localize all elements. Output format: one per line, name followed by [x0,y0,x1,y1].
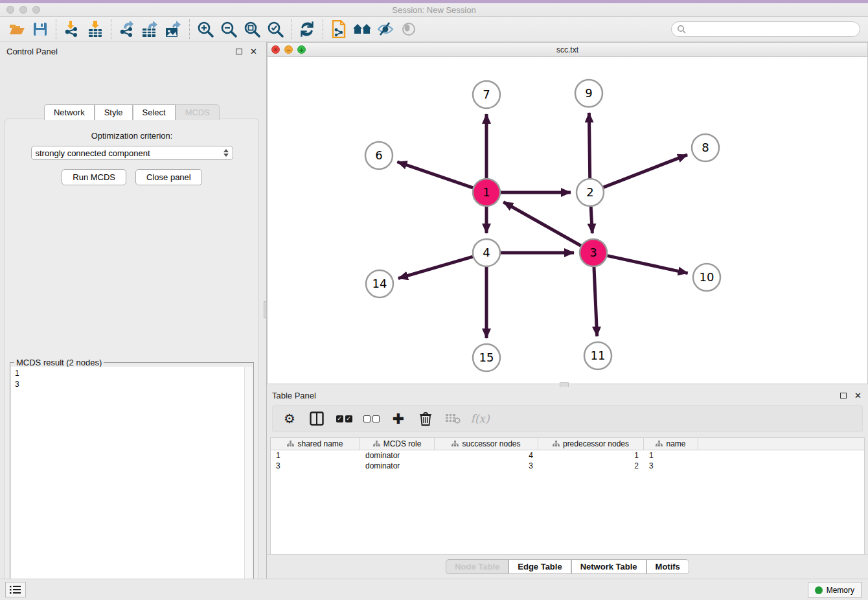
session-title: Session: New Session [0,5,868,15]
open-session-icon[interactable] [5,19,29,40]
node-label-14: 14 [372,277,387,290]
result-scrollbar[interactable] [244,367,253,600]
table-cell: 3 [644,461,698,471]
table-cell: 2 [538,461,644,471]
column-header-successor-nodes[interactable]: successor nodes [435,438,538,450]
apply-layout-icon[interactable] [295,19,319,40]
add-column-icon[interactable]: ✚ [389,410,407,428]
hide-selected-eye-icon[interactable] [374,19,397,40]
column-header-shared-name[interactable]: shared name [271,438,360,450]
table-float-icon[interactable] [840,393,847,398]
export-image-icon[interactable] [162,19,185,40]
export-network-icon[interactable] [115,19,139,40]
table-cell: 1 [271,450,360,461]
toolbar-separator [323,19,323,39]
import-table-icon[interactable] [84,19,107,40]
close-panel-button[interactable]: Close panel [135,169,202,185]
titlebar-accent [0,0,868,3]
tab-select[interactable]: Select [133,104,176,120]
network-canvas[interactable]: 7968124314101511 [268,57,867,384]
toolbar-separator [291,19,291,39]
column-header-name[interactable]: name [644,438,698,450]
edge-4-14[interactable] [398,257,473,278]
node-label-15: 15 [479,351,494,364]
node-label-3: 3 [589,246,597,259]
table-close-icon[interactable]: ✕ [854,391,862,400]
function-builder-icon: f(x) [471,410,489,428]
network-window-titlebar[interactable]: ✕ − + scc.txt [268,43,867,57]
task-history-button[interactable] [5,582,26,597]
node-label-1: 1 [483,185,490,199]
edge-3-11[interactable] [594,267,597,336]
delete-column-trash-icon[interactable] [417,410,435,428]
tab-motifs[interactable]: Motifs [646,559,689,574]
node-label-8: 8 [702,141,709,154]
tab-mcds[interactable]: MCDS [176,104,220,120]
optimization-criterion-select[interactable]: strongly connected component [31,146,233,160]
zoom-selected-icon[interactable] [264,19,287,40]
column-visibility-icon[interactable] [308,410,326,428]
network-view-window: ✕ − + scc.txt 7968124314101511 [267,42,868,384]
tab-network-table[interactable]: Network Table [571,559,646,574]
control-panel-title: Control Panel [6,47,236,56]
table-row[interactable]: 3dominator323 [271,461,864,471]
table-cell: 3 [435,461,538,471]
toolbar-separator [111,19,111,39]
control-panel: Control Panel ✕ Network Style Select MCD… [0,42,264,579]
memory-button[interactable]: Memory [808,582,862,598]
run-mcds-button[interactable]: Run MCDS [62,169,126,185]
node-label-10: 10 [700,270,714,284]
float-panel-icon[interactable] [236,49,242,54]
edge-2-8[interactable] [604,155,688,187]
tab-network[interactable]: Network [44,104,95,120]
table-header-row: shared nameMCDS rolesuccessor nodesprede… [271,438,864,450]
tab-edge-table[interactable]: Edge Table [508,559,571,574]
edge-1-6[interactable] [397,162,473,188]
column-header-predecessor-nodes[interactable]: predecessor nodes [538,438,644,450]
table-cell: dominator [360,450,435,461]
tab-node-table[interactable]: Node Table [446,559,508,574]
zoom-in-icon[interactable] [194,19,217,40]
delete-table-icon [444,410,462,428]
column-header-MCDS-role[interactable]: MCDS role [360,438,435,450]
table-settings-gear-icon[interactable]: ⚙ [280,410,299,428]
table-toolbar: ⚙ ✓✓ ✚ f(x) [272,405,863,432]
deselect-all-icon[interactable] [362,410,380,428]
table-cell: 1 [644,450,698,461]
import-network-icon[interactable] [60,19,84,40]
select-all-icon[interactable]: ✓✓ [335,410,353,428]
memory-label: Memory [827,586,854,595]
export-table-icon[interactable] [139,19,162,40]
table-panel: Table Panel ✕ ⚙ ✓✓ ✚ f(x) sha [267,387,868,579]
show-selected-eye-icon[interactable] [397,19,420,40]
zoom-fit-icon[interactable] [240,19,264,40]
table-tab-strip: Node Table Edge Table Network Table Moti… [267,554,868,579]
close-panel-icon[interactable]: ✕ [250,47,257,56]
list-icon [10,585,21,594]
node-label-11: 11 [591,349,606,362]
search-input[interactable] [686,25,854,34]
edge-2-9[interactable] [589,113,589,178]
control-panel-tabs: Network Style Select MCDS [0,104,264,120]
mcds-result-list[interactable]: 1 3 [11,367,253,600]
node-label-7: 7 [483,87,490,101]
save-session-icon[interactable] [29,19,52,40]
new-network-icon[interactable] [327,19,350,40]
node-label-6: 6 [375,148,382,162]
table-cell: 3 [271,461,360,471]
table-row[interactable]: 1dominator411 [271,450,864,461]
tab-style[interactable]: Style [95,104,133,120]
network-graph[interactable]: 7968124314101511 [268,57,867,384]
search-box[interactable] [671,21,860,37]
memory-status-icon [815,586,823,594]
application-window: Session: New Session [0,0,868,600]
table-panel-title: Table Panel [272,391,840,400]
toolbar-separator [189,19,190,39]
mcds-result-title: MCDS result (2 nodes) [14,358,104,367]
show-all-homes-icon[interactable] [350,19,374,40]
edge-3-1[interactable] [503,202,581,246]
toolbar-separator [56,19,56,39]
edge-2-3[interactable] [591,207,592,233]
edge-3-10[interactable] [607,256,687,273]
zoom-out-icon[interactable] [217,19,240,40]
